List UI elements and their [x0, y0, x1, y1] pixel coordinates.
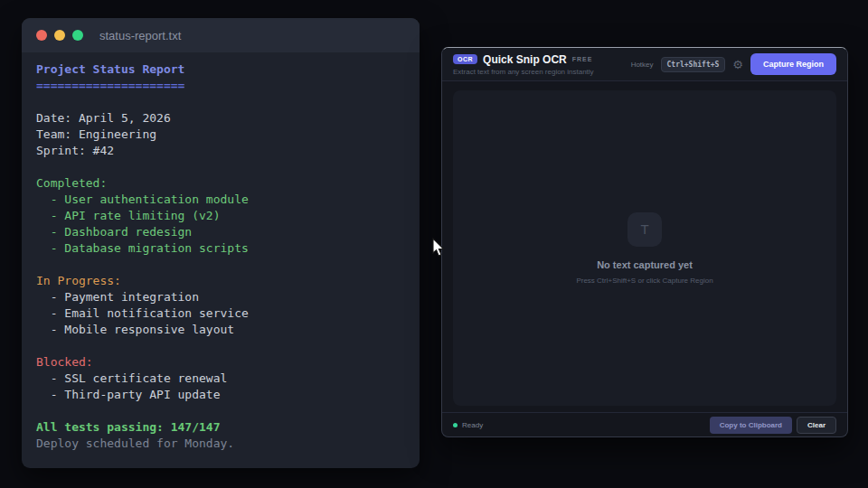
traffic-lights: [36, 30, 83, 41]
mouse-cursor: [432, 238, 446, 261]
editor-line: [36, 159, 420, 175]
editor-line: - User authentication module: [36, 192, 420, 208]
editor-line: Deploy scheduled for Monday.: [36, 436, 420, 452]
maximize-button[interactable]: [72, 30, 83, 41]
editor-line: =====================: [36, 78, 420, 94]
app-title: Quick Snip OCR: [483, 53, 567, 66]
minimize-button[interactable]: [54, 30, 65, 41]
editor-line: [36, 403, 420, 419]
copy-to-clipboard-button[interactable]: Copy to Clipboard: [710, 417, 792, 434]
editor-line: Project Status Report: [36, 61, 420, 78]
editor-line: In Progress:: [36, 273, 420, 289]
text-placeholder-icon: T: [627, 212, 662, 247]
editor-line: - Email notification service: [36, 305, 420, 322]
ocr-logo-badge: OCR: [453, 54, 477, 64]
clear-button[interactable]: Clear: [797, 417, 836, 434]
editor-line: - Payment integration: [36, 289, 420, 305]
editor-text-area[interactable]: Project Status Report===================…: [22, 52, 420, 452]
editor-titlebar[interactable]: status-report.txt: [22, 18, 420, 52]
editor-line: Date: April 5, 2026: [36, 110, 420, 127]
close-button[interactable]: [36, 30, 47, 41]
editor-line: Blocked:: [36, 354, 420, 371]
editor-line: - API rate limiting (v2): [36, 208, 420, 224]
gear-icon[interactable]: ⚙: [732, 59, 743, 70]
capture-region-button[interactable]: Capture Region: [750, 53, 836, 75]
editor-window-title: status-report.txt: [99, 29, 181, 42]
editor-line: [36, 94, 420, 110]
ocr-header: OCR Quick Snip OCR FREE Extract text fro…: [442, 48, 847, 81]
editor-line: Completed:: [36, 175, 420, 192]
hotkey-label: Hotkey: [631, 61, 654, 69]
editor-line: [36, 338, 420, 354]
editor-line: - SSL certificate renewal: [36, 371, 420, 387]
hotkey-badge: Ctrl+Shift+S: [661, 57, 726, 72]
app-subtitle: Extract text from any screen region inst…: [453, 68, 594, 76]
editor-line: All tests passing: 147/147: [36, 419, 420, 436]
status-dot: [453, 423, 458, 427]
ocr-app-window: OCR Quick Snip OCR FREE Extract text fro…: [441, 47, 848, 437]
editor-line: - Mobile responsive layout: [36, 322, 420, 338]
editor-window: status-report.txt Project Status Report=…: [22, 18, 420, 468]
editor-line: Team: Engineering: [36, 127, 420, 143]
editor-line: Sprint: #42: [36, 143, 420, 159]
status-text: Ready: [462, 421, 483, 429]
editor-line: - Third-party API update: [36, 387, 420, 403]
empty-state-hint: Press Ctrl+Shift+S or click Capture Regi…: [576, 277, 712, 285]
captured-text-panel: T No text captured yet Press Ctrl+Shift+…: [453, 90, 836, 406]
ocr-footer: Ready Copy to Clipboard Clear: [442, 412, 847, 436]
empty-state-title: No text captured yet: [597, 259, 693, 270]
ocr-content-area: T No text captured yet Press Ctrl+Shift+…: [442, 81, 847, 412]
editor-line: [36, 257, 420, 273]
editor-line: - Database migration scripts: [36, 240, 420, 257]
plan-badge: FREE: [572, 56, 593, 62]
ocr-header-right: Hotkey Ctrl+Shift+S ⚙ Capture Region: [631, 53, 836, 75]
ocr-header-left: OCR Quick Snip OCR FREE Extract text fro…: [453, 53, 594, 76]
editor-line: - Dashboard redesign: [36, 224, 420, 240]
